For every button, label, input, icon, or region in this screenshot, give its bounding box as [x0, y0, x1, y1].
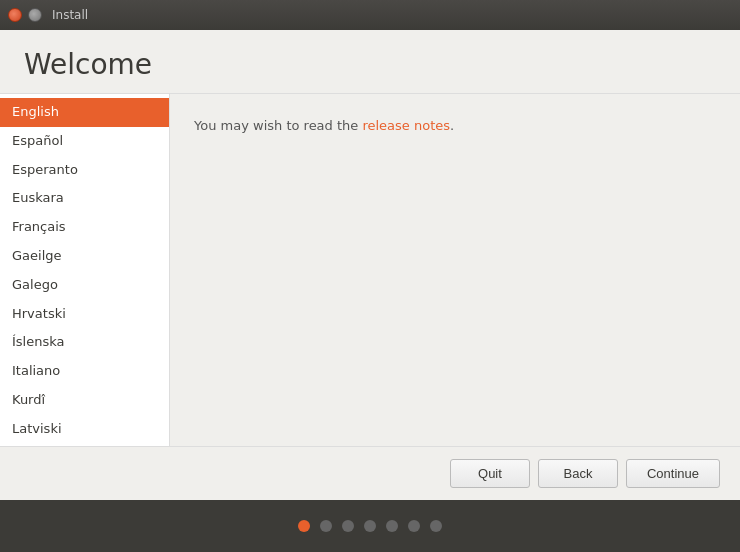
- language-item[interactable]: Kurdî: [0, 386, 169, 415]
- language-item[interactable]: Italiano: [0, 357, 169, 386]
- close-button[interactable]: [8, 8, 22, 22]
- release-notes-prefix: You may wish to read the: [194, 118, 362, 133]
- language-item[interactable]: Gaeilge: [0, 242, 169, 271]
- progress-dot: [364, 520, 376, 532]
- back-button[interactable]: Back: [538, 459, 618, 488]
- main-window: Welcome EnglishEspañolEsperantoEuskaraFr…: [0, 30, 740, 500]
- bottom-bar: [0, 500, 740, 552]
- minimize-button[interactable]: [28, 8, 42, 22]
- language-list[interactable]: EnglishEspañolEsperantoEuskaraFrançaisGa…: [0, 94, 170, 446]
- progress-dot: [320, 520, 332, 532]
- release-notes-suffix: .: [450, 118, 454, 133]
- progress-dot: [408, 520, 420, 532]
- release-notes-text: You may wish to read the release notes.: [194, 118, 716, 133]
- language-item[interactable]: Latviski: [0, 415, 169, 444]
- progress-dot: [430, 520, 442, 532]
- language-item[interactable]: Hrvatski: [0, 300, 169, 329]
- language-item[interactable]: Galego: [0, 271, 169, 300]
- language-item[interactable]: Íslenska: [0, 328, 169, 357]
- language-item[interactable]: Français: [0, 213, 169, 242]
- continue-button[interactable]: Continue: [626, 459, 720, 488]
- progress-dot: [342, 520, 354, 532]
- welcome-header: Welcome: [0, 30, 740, 94]
- quit-button[interactable]: Quit: [450, 459, 530, 488]
- titlebar: Install: [0, 0, 740, 30]
- content-area: EnglishEspañolEsperantoEuskaraFrançaisGa…: [0, 94, 740, 446]
- language-item[interactable]: Español: [0, 127, 169, 156]
- language-item[interactable]: Esperanto: [0, 156, 169, 185]
- progress-dot: [386, 520, 398, 532]
- welcome-title: Welcome: [24, 48, 716, 81]
- button-area: Quit Back Continue: [0, 446, 740, 500]
- progress-dot: [298, 520, 310, 532]
- titlebar-title: Install: [52, 8, 88, 22]
- release-notes-link[interactable]: release notes: [362, 118, 450, 133]
- language-item[interactable]: English: [0, 98, 169, 127]
- language-item[interactable]: Euskara: [0, 184, 169, 213]
- right-content: You may wish to read the release notes.: [170, 94, 740, 446]
